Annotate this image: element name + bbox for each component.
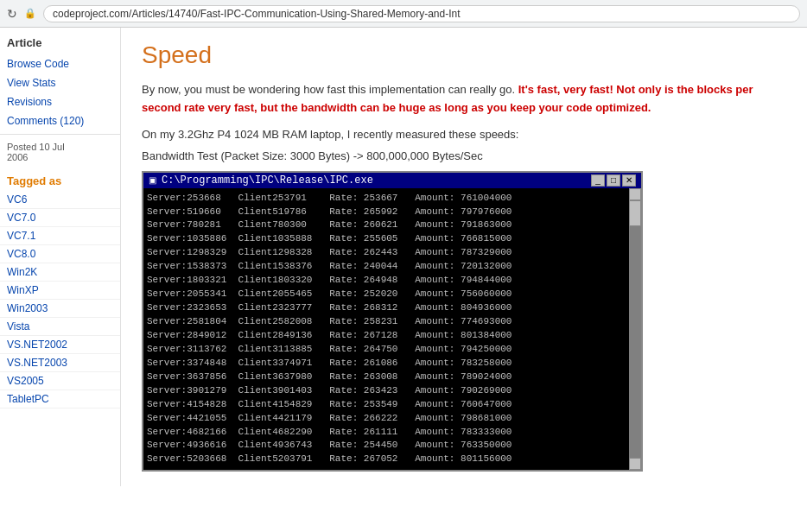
sidebar-tag-vc6[interactable]: VC6 xyxy=(0,191,120,209)
sidebar-tag-vc80[interactable]: VC8.0 xyxy=(0,245,120,263)
sidebar-tag-vista[interactable]: Vista xyxy=(0,318,120,336)
cmd-body: Server:253668 Client253791 Rate: 253667 … xyxy=(143,188,641,471)
sidebar-link-revisions[interactable]: Revisions xyxy=(0,92,120,111)
speed-note: On my 3.2Ghz P4 1024 MB RAM laptop, I re… xyxy=(142,128,786,141)
main-content: Speed By now, you must be wondering how … xyxy=(121,28,807,486)
sidebar-tag-win2k[interactable]: Win2K xyxy=(0,263,120,282)
browser-bar: ↻ 🔒 xyxy=(0,0,807,28)
sidebar-tag-tabletpc[interactable]: TabletPC xyxy=(0,390,120,408)
sidebar-link-comments[interactable]: Comments (120) xyxy=(0,111,120,130)
intro-paragraph: By now, you must be wondering how fast t… xyxy=(142,81,786,117)
sidebar-divider xyxy=(0,134,120,135)
cmd-icon: ▣ xyxy=(149,175,156,185)
sidebar-tag-vsnet2002[interactable]: VS.NET2002 xyxy=(0,336,120,354)
cmd-titlebar: ▣ C:\Programming\IPC\Release\IPC.exe _ □… xyxy=(143,173,641,188)
cmd-scroll-down[interactable]: ▼ xyxy=(629,458,641,470)
page-title: Speed xyxy=(142,41,786,69)
sidebar: Article Browse Code View Stats Revisions… xyxy=(0,28,121,486)
cmd-scrollbar[interactable]: ▲ ▼ xyxy=(629,188,641,471)
sidebar-tag-winxp[interactable]: WinXP xyxy=(0,282,120,300)
cmd-titlebar-left: ▣ C:\Programming\IPC\Release\IPC.exe xyxy=(149,174,373,187)
cmd-title: C:\Programming\IPC\Release\IPC.exe xyxy=(162,174,373,187)
sidebar-tag-vs2005[interactable]: VS2005 xyxy=(0,372,120,390)
sidebar-tag-win2003[interactable]: Win2003 xyxy=(0,300,120,318)
sidebar-section-title: Article xyxy=(0,28,120,54)
sidebar-posted: Posted 10 Jul 2006 xyxy=(0,138,120,166)
sidebar-tagged-title: Tagged as xyxy=(0,166,120,191)
cmd-scroll-thumb[interactable] xyxy=(629,200,641,226)
cmd-minimize-button[interactable]: _ xyxy=(591,174,605,187)
reload-icon[interactable]: ↻ xyxy=(7,7,17,21)
cmd-close-button[interactable]: ✕ xyxy=(622,174,636,187)
cmd-window: ▣ C:\Programming\IPC\Release\IPC.exe _ □… xyxy=(142,171,643,472)
lock-icon: 🔒 xyxy=(24,8,36,19)
cmd-restore-button[interactable]: □ xyxy=(607,174,620,187)
cmd-scroll-track xyxy=(629,200,641,459)
page-layout: Article Browse Code View Stats Revisions… xyxy=(0,28,807,486)
sidebar-tag-vc71[interactable]: VC7.1 xyxy=(0,227,120,245)
sidebar-link-browse-code[interactable]: Browse Code xyxy=(0,54,120,73)
sidebar-tag-vsnet2003[interactable]: VS.NET2003 xyxy=(0,354,120,372)
cmd-output: Server:253668 Client253791 Rate: 253667 … xyxy=(147,192,638,467)
cmd-scroll-up[interactable]: ▲ xyxy=(629,188,641,200)
sidebar-link-view-stats[interactable]: View Stats xyxy=(0,73,120,92)
highlight-text: It's fast, very fast! Not only is the bl… xyxy=(142,83,753,114)
cmd-titlebar-buttons: _ □ ✕ xyxy=(591,174,636,187)
sidebar-tag-vc70[interactable]: VC7.0 xyxy=(0,209,120,227)
bandwidth-label: Bandwidth Test (Packet Size: 3000 Bytes)… xyxy=(142,149,786,162)
url-bar[interactable] xyxy=(43,5,800,22)
